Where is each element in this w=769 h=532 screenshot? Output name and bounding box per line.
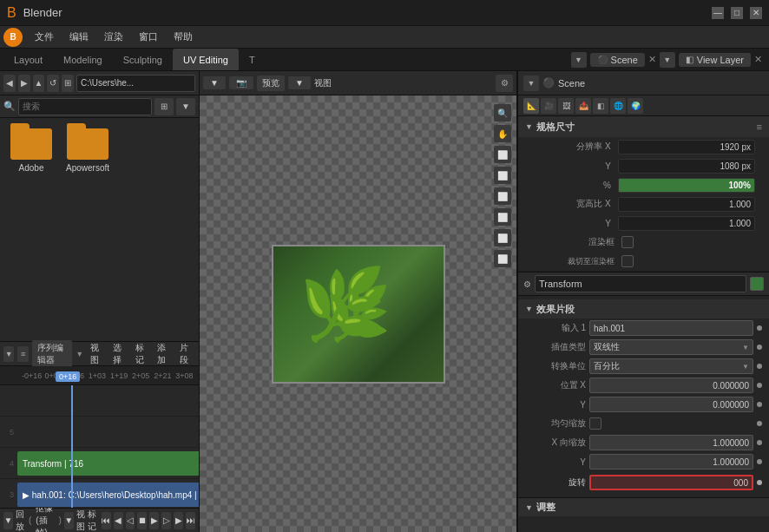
- menu-edit[interactable]: 编辑: [62, 29, 95, 45]
- track-content-hah001[interactable]: ▶ hah.001: C:\Users\hero\Desktop\hah.mp4…: [17, 479, 199, 508]
- clip-hah001[interactable]: ▶ hah.001: C:\Users\hero\Desktop\hah.mp4…: [17, 483, 199, 507]
- viewport-settings-icon[interactable]: ⚙: [496, 75, 513, 92]
- tl-menu-view[interactable]: 视图: [87, 342, 106, 366]
- transform-enabled-checkbox[interactable]: [750, 277, 764, 291]
- refresh-button[interactable]: ↺: [47, 75, 59, 92]
- hand-icon[interactable]: ✋: [494, 125, 511, 142]
- crop-to-render-checkbox[interactable]: [621, 255, 634, 267]
- tl-menu-marker[interactable]: 标记: [132, 342, 151, 366]
- properties-mode-icon: ▼: [523, 76, 539, 91]
- view-layer-badge[interactable]: ◧ View Layer: [679, 53, 751, 67]
- resolution-x-value[interactable]: 1920 px: [618, 140, 755, 154]
- scale-x-value[interactable]: 1.000000: [589, 435, 753, 450]
- transform-unit-value[interactable]: 百分比 ▼: [589, 358, 753, 374]
- world-icon[interactable]: 🌍: [628, 98, 643, 114]
- playback-mode-button[interactable]: ▼: [3, 512, 13, 529]
- prev-keyframe-button[interactable]: ◁: [126, 512, 135, 529]
- tl-menu-select[interactable]: 选择: [109, 342, 128, 366]
- play-button[interactable]: ▶: [149, 512, 159, 529]
- search-input[interactable]: [18, 98, 152, 115]
- stop-button[interactable]: ⏹: [137, 512, 147, 529]
- aspect-x-value[interactable]: 1.000: [618, 197, 755, 212]
- scale-y-value[interactable]: 1.000000: [589, 454, 753, 470]
- format-options-icon[interactable]: ≡: [757, 122, 762, 132]
- minimize-button[interactable]: —: [712, 7, 724, 19]
- menu-render[interactable]: 渲染: [97, 29, 130, 45]
- rotation-value[interactable]: 000: [589, 475, 753, 490]
- view3d-icon-6[interactable]: ⬜: [494, 250, 511, 267]
- input-value[interactable]: hah.001: [589, 320, 753, 336]
- ruler-mark-6: 2+21: [152, 371, 174, 380]
- menu-help[interactable]: 帮助: [167, 29, 200, 45]
- current-time-line: [71, 385, 73, 508]
- zoom-in-icon[interactable]: 🔍: [494, 104, 511, 122]
- close-button[interactable]: ✕: [750, 7, 762, 19]
- scene-settings-icon[interactable]: 🌐: [610, 98, 626, 114]
- tab-uv-editing[interactable]: UV Editing: [173, 49, 239, 70]
- snap-button[interactable]: ▼: [64, 512, 74, 529]
- tab-layout[interactable]: Layout: [3, 49, 53, 70]
- filter-button[interactable]: ▼: [176, 98, 195, 115]
- effect-section-header[interactable]: ▼ 效果片段: [518, 299, 769, 319]
- ruler-icon[interactable]: 📐: [523, 98, 539, 114]
- percent-value[interactable]: 100%: [618, 178, 755, 193]
- back-button[interactable]: ◀: [3, 75, 16, 92]
- view3d-icon-4[interactable]: ⬜: [494, 208, 511, 226]
- view-layer-close-icon[interactable]: ✕: [754, 54, 762, 65]
- tab-sculpting[interactable]: Sculpting: [113, 49, 173, 70]
- view3d-icon-5[interactable]: ⬜: [494, 229, 511, 246]
- position-x-value[interactable]: 0.000000: [589, 378, 753, 393]
- view-layer-right-icon[interactable]: ◧: [593, 98, 608, 114]
- scene-close-icon[interactable]: ✕: [648, 54, 656, 65]
- sequencer-label: 序列编辑器: [32, 340, 72, 368]
- render-frame-toggle[interactable]: [621, 234, 755, 250]
- transform-name-input[interactable]: [535, 275, 746, 292]
- menu-bar: B 文件 编辑 渲染 窗口 帮助: [0, 26, 769, 49]
- go-end-button[interactable]: ⏭: [186, 512, 195, 529]
- forward-button[interactable]: ▶: [18, 75, 30, 92]
- view3d-icon-1[interactable]: ⬜: [494, 146, 511, 163]
- uniform-scale-toggle[interactable]: [589, 416, 753, 431]
- view3d-icon-2[interactable]: ⬜: [494, 167, 511, 184]
- position-y-value[interactable]: 0.000000: [589, 397, 753, 412]
- output-icon[interactable]: 📤: [575, 98, 591, 114]
- scene-badge[interactable]: ⚫ Scene: [590, 53, 645, 67]
- next-frame-button[interactable]: ▶: [174, 512, 183, 529]
- track-content-transform[interactable]: Transform | 716: [17, 448, 199, 478]
- menu-file[interactable]: 文件: [28, 29, 61, 45]
- up-button[interactable]: ▲: [33, 75, 45, 92]
- tl-menu-strip[interactable]: 片段: [176, 342, 195, 366]
- viewport-mode-button[interactable]: ▼: [203, 76, 226, 89]
- uniform-scale-checkbox[interactable]: [589, 417, 601, 430]
- format-section-header[interactable]: ▼ 规格尺寸 ≡: [518, 116, 769, 137]
- path-input[interactable]: [76, 75, 195, 92]
- tab-modeling[interactable]: Modeling: [53, 49, 113, 70]
- camera-icon[interactable]: 🎥: [541, 98, 556, 114]
- bookmark-button[interactable]: ⊞: [62, 75, 74, 92]
- view3d-icon-3[interactable]: ⬜: [494, 187, 511, 205]
- maximize-button[interactable]: □: [731, 7, 743, 19]
- ruler-mark-5: 2+05: [130, 371, 152, 380]
- next-keyframe-button[interactable]: ▷: [161, 512, 171, 529]
- render-icon[interactable]: 🖼: [558, 98, 574, 114]
- aspect-y-value[interactable]: 1.000: [618, 216, 755, 231]
- tl-menu-add[interactable]: 添加: [154, 342, 173, 366]
- viewport-camera-button[interactable]: 📷: [229, 76, 253, 89]
- clip-transform-label: Transform | 716: [23, 459, 83, 469]
- go-start-button[interactable]: ⏮: [102, 512, 111, 529]
- menu-window[interactable]: 窗口: [132, 29, 165, 45]
- file-item-adobe[interactable]: Adobe: [10, 128, 52, 173]
- position-y-row: Y 0.000000: [518, 395, 769, 414]
- interpolation-value[interactable]: 双线性 ▼: [589, 339, 753, 355]
- checkerboard-bg: 🌿: [200, 95, 516, 532]
- adjust-section-header[interactable]: ▼ 调整: [518, 497, 769, 516]
- resolution-y-value[interactable]: 1080 px: [618, 159, 755, 174]
- clip-transform[interactable]: Transform | 716: [17, 451, 199, 476]
- render-frame-checkbox[interactable]: [621, 236, 634, 248]
- prev-frame-button[interactable]: ◀: [114, 512, 123, 529]
- grid-view-button[interactable]: ⊞: [154, 98, 174, 115]
- tab-extra[interactable]: T: [239, 49, 266, 70]
- preview-dropdown[interactable]: ▼: [288, 76, 311, 89]
- crop-to-render-toggle[interactable]: [621, 253, 755, 269]
- file-item-apowersoft[interactable]: Apowersoft: [66, 128, 109, 173]
